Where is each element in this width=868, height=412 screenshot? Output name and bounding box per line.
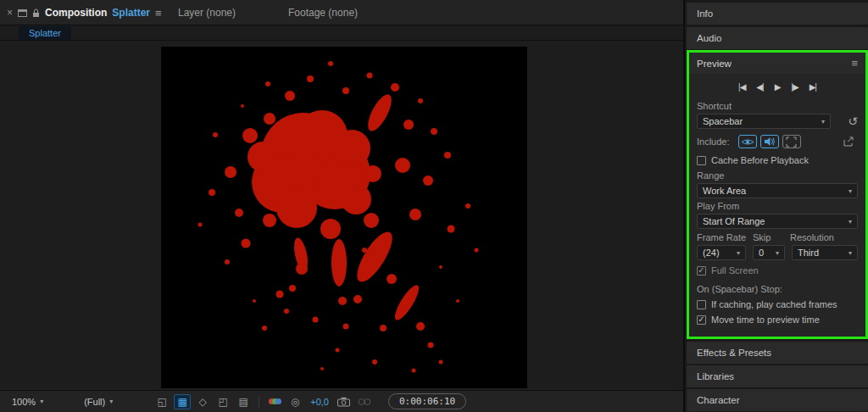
resolution-value: (Full) — [84, 397, 105, 407]
composition-viewer[interactable] — [0, 41, 683, 390]
mask-visibility-icon[interactable]: ◇ — [194, 394, 211, 409]
comp-navigator-row: Splatter — [0, 25, 683, 41]
composition-tab-label: Composition — [45, 7, 107, 19]
include-overlays-button[interactable] — [782, 135, 801, 148]
comp-region-icon[interactable]: ◱ — [153, 394, 170, 409]
transparency-grid-icon[interactable]: ▦ — [174, 394, 191, 409]
region-of-interest-icon — [786, 136, 797, 148]
move-time-checkbox[interactable]: ✓ — [697, 315, 706, 325]
grid-guides-icon[interactable]: ▤ — [235, 394, 252, 409]
viewer-tab-bar: × Composition Splatter ≡ Layer (none) Fo… — [0, 0, 683, 25]
resolution-label: Resolution — [790, 232, 858, 242]
share-frame-icon — [843, 136, 854, 147]
chevron-down-icon: ▾ — [737, 249, 740, 257]
composition-canvas[interactable] — [161, 47, 527, 388]
frame-rate-value: (24) — [703, 248, 720, 258]
full-screen-label: Full Screen — [711, 265, 759, 276]
panel-dock-icon — [18, 9, 27, 17]
reset-exposure-icon[interactable]: ◎ — [287, 394, 303, 409]
play-from-dropdown[interactable]: Start Of Range ▾ — [697, 214, 858, 229]
panel-header-libraries[interactable]: Libraries — [687, 365, 868, 387]
full-screen-checkbox[interactable]: ✓ — [697, 266, 706, 276]
first-frame-button[interactable]: |◀ — [738, 82, 745, 92]
if-caching-label: If caching, play cached frames — [711, 299, 837, 309]
magnification-dropdown[interactable]: 100% ▾ — [7, 395, 48, 409]
reset-settings-icon[interactable]: ↺ — [848, 114, 858, 128]
tab-composition[interactable]: × Composition Splatter ≡ — [7, 0, 162, 25]
preview-panel-title: Preview — [697, 58, 732, 69]
panel-header-audio[interactable]: Audio — [687, 27, 868, 49]
region-of-interest-icon[interactable]: ◰ — [214, 394, 231, 409]
previous-frame-button[interactable]: ◀| — [756, 82, 763, 92]
after-effects-window: × Composition Splatter ≡ Layer (none) Fo… — [0, 0, 868, 412]
transport-controls: |◀ ◀| ▶ |▶ ▶| — [697, 82, 858, 92]
chevron-down-icon: ▾ — [109, 398, 113, 405]
last-frame-button[interactable]: ▶| — [810, 82, 816, 92]
range-value: Work Area — [703, 186, 746, 196]
preview-panel-body: |◀ ◀| ▶ |▶ ▶| Shortcut Spacebar ▾ ↺ Incl… — [689, 74, 865, 337]
exposure-offset-value[interactable]: +0,0 — [310, 397, 329, 407]
show-snapshot-icon[interactable] — [356, 394, 373, 409]
eye-icon — [741, 137, 754, 147]
snapshot-camera-icon[interactable] — [336, 394, 353, 409]
include-label: Include: — [697, 136, 730, 147]
panel-header-effects-presets[interactable]: Effects & Presets — [687, 342, 868, 364]
play-from-value: Start Of Range — [703, 216, 765, 226]
range-dropdown[interactable]: Work Area ▾ — [697, 183, 858, 198]
cache-before-playback-label: Cache Before Playback — [711, 155, 809, 165]
tab-layer[interactable]: Layer (none) — [178, 0, 236, 25]
cache-before-playback-checkbox[interactable] — [697, 156, 706, 165]
splatter-image — [161, 47, 527, 388]
shortcut-label: Shortcut — [697, 101, 858, 111]
range-label: Range — [697, 170, 858, 181]
cache-indicators-button[interactable] — [839, 135, 858, 148]
shortcut-value: Spacebar — [703, 116, 743, 126]
preview-panel: Preview ≡ |◀ ◀| ▶ |▶ ▶| Shortcut Spaceba… — [687, 50, 868, 339]
panel-header-info[interactable]: Info — [687, 3, 868, 25]
skip-value: 0 — [759, 248, 764, 258]
panel-menu-icon[interactable]: ≡ — [851, 57, 858, 70]
include-video-button[interactable] — [738, 135, 757, 148]
close-icon[interactable]: × — [7, 7, 13, 19]
resolution-dropdown[interactable]: (Full) ▾ — [79, 395, 118, 409]
chevron-down-icon: ▾ — [849, 249, 852, 257]
skip-dropdown[interactable]: 0 ▾ — [753, 245, 785, 260]
preview-panel-header[interactable]: Preview ≡ — [689, 53, 865, 74]
skip-label: Skip — [753, 232, 790, 242]
chevron-down-icon: ▾ — [849, 218, 852, 225]
preview-resolution-value: Third — [798, 248, 819, 258]
composition-name: Splatter — [112, 7, 150, 19]
if-caching-checkbox[interactable] — [697, 300, 706, 309]
next-frame-button[interactable]: |▶ — [791, 82, 798, 92]
show-channels-icon[interactable] — [266, 398, 283, 404]
timecode-field[interactable]: 0:00:06:10 — [388, 393, 466, 409]
chevron-down-icon: ▾ — [821, 118, 825, 125]
speaker-icon — [764, 136, 776, 147]
include-audio-button[interactable] — [760, 135, 779, 148]
preview-resolution-dropdown[interactable]: Third ▾ — [792, 245, 858, 260]
shortcut-dropdown[interactable]: Spacebar ▾ — [697, 114, 831, 129]
frame-rate-dropdown[interactable]: (24) ▾ — [697, 245, 746, 260]
play-button[interactable]: ▶ — [775, 82, 781, 92]
move-time-label: Move time to preview time — [711, 315, 820, 325]
panel-sidebar: Info Audio Preview ≡ |◀ ◀| ▶ |▶ ▶| Short… — [683, 0, 868, 412]
chevron-down-icon: ▾ — [776, 249, 779, 257]
on-stop-label: On (Spacebar) Stop: — [697, 284, 858, 294]
panel-header-character[interactable]: Character — [687, 389, 868, 411]
panel-menu-icon[interactable]: ≡ — [155, 7, 162, 19]
chevron-down-icon: ▾ — [849, 187, 852, 195]
viewer-toolbar: 100% ▾ (Full) ▾ ◱ ▦ ◇ ◰ ▤ ◎ +0,0 0:00:06… — [0, 390, 683, 412]
tab-footage[interactable]: Footage (none) — [288, 0, 358, 25]
play-from-label: Play From — [697, 201, 858, 211]
magnification-value: 100% — [12, 397, 36, 407]
lock-icon — [32, 8, 40, 18]
chevron-down-icon: ▾ — [40, 398, 43, 405]
comp-navigator-chip[interactable]: Splatter — [19, 26, 71, 40]
frame-rate-label: Frame Rate — [697, 232, 753, 242]
